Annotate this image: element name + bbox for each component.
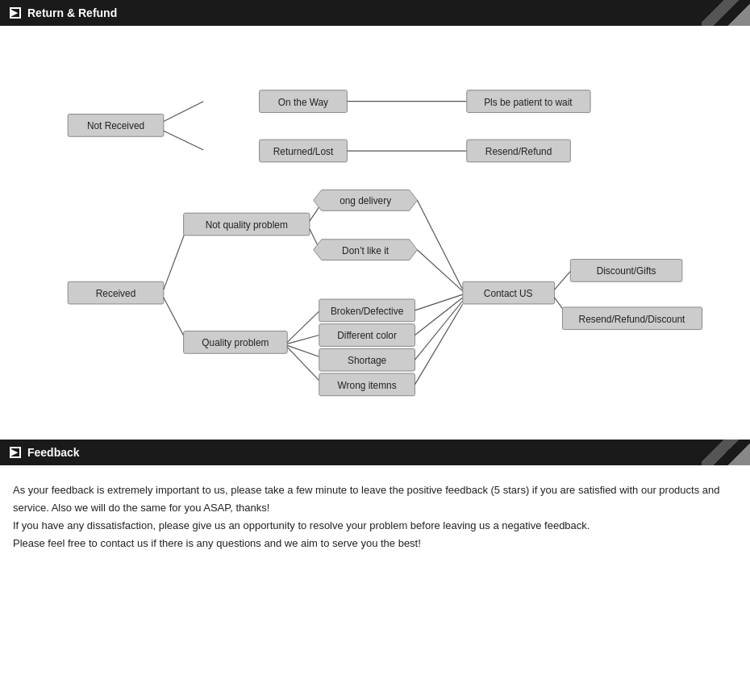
dont-like-it-label: Don’t like it (342, 245, 390, 256)
svg-line-33 (555, 271, 571, 290)
not-quality-problem-label: Not quality problem (206, 219, 288, 231)
quality-problem-label: Quality problem (202, 337, 269, 348)
returned-lost-label: Returned/Lost (273, 146, 334, 157)
svg-line-30 (415, 301, 462, 360)
svg-line-18 (287, 311, 319, 343)
shortage-label: Shortage (348, 355, 387, 366)
feedback-body: As your feedback is extremely important … (0, 465, 750, 569)
svg-line-1 (164, 102, 203, 122)
return-refund-icon (10, 7, 21, 19)
resend-refund-label: Resend/Refund (485, 146, 552, 157)
not-received-label: Not Received (87, 120, 144, 131)
svg-line-28 (415, 294, 462, 310)
feedback-header: Feedback (0, 440, 750, 465)
pls-be-patient-label: Pls be patient to wait (484, 97, 573, 108)
different-color-label: Different color (337, 330, 397, 341)
broken-defective-label: Broken/Defective (331, 306, 404, 317)
feedback-icon (10, 447, 21, 458)
long-delivery-label: ong delivery (340, 195, 391, 206)
wrong-items-label: Wrong itemns (338, 380, 397, 391)
resend-refund-discount-label: Resend/Refund/Discount (579, 314, 686, 325)
contact-us-label: Contact US (484, 288, 533, 299)
svg-line-2 (164, 131, 203, 150)
feedback-section: Feedback As your feedback is extremely i… (0, 440, 750, 569)
received-label: Received (96, 288, 135, 299)
discount-gifts-label: Discount/Gifts (597, 265, 656, 277)
svg-line-20 (287, 345, 319, 356)
on-the-way-label: On the Way (278, 97, 328, 108)
return-refund-section: Return & Refund Not Received On the Way … (0, 0, 750, 431)
feedback-title: Feedback (27, 446, 80, 459)
svg-line-27 (417, 250, 462, 291)
return-refund-title: Return & Refund (27, 6, 117, 19)
feedback-paragraph3: Please feel free to contact us if there … (13, 535, 737, 552)
return-refund-header: Return & Refund (0, 0, 750, 26)
svg-line-19 (287, 335, 319, 344)
svg-line-26 (417, 200, 462, 290)
diagram-area: Not Received On the Way Returned/Lost Pl… (0, 26, 750, 431)
feedback-paragraph1: As your feedback is extremely important … (13, 481, 737, 517)
feedback-paragraph2: If you have any dissatisfaction, please … (13, 517, 737, 535)
flow-diagram: Not Received On the Way Returned/Lost Pl… (8, 42, 742, 413)
svg-line-21 (287, 347, 319, 381)
